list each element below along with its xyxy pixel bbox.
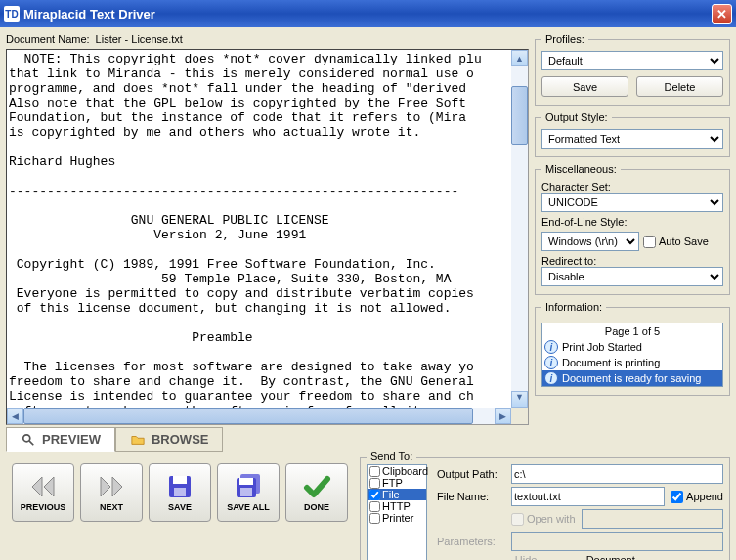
scroll-up-icon[interactable]: ▲ xyxy=(511,50,528,66)
next-button[interactable]: NEXT xyxy=(80,463,143,522)
autosave-checkbox-wrap[interactable]: Auto Save xyxy=(643,236,709,248)
document-name-label: Document Name: xyxy=(6,33,90,45)
profile-save-button[interactable]: Save xyxy=(541,76,628,97)
sendto-item[interactable]: FTP xyxy=(368,477,426,489)
svg-rect-4 xyxy=(174,488,186,496)
output-path-label: Output Path: xyxy=(437,468,505,480)
window-title: Miraplacid Text Driver xyxy=(23,7,712,22)
sendto-item[interactable]: HTTP xyxy=(368,500,426,512)
profiles-group: Profiles: Default Save Delete xyxy=(535,33,730,106)
output-path-input[interactable] xyxy=(511,464,723,484)
app-icon: TD xyxy=(4,6,20,22)
eol-label: End-of-Line Style: xyxy=(541,216,723,228)
send-to-group: Send To: ClipboardFTPFileHTTPPrinter Out… xyxy=(360,457,730,560)
svg-rect-7 xyxy=(239,478,253,485)
information-group: Information: Page 1 of 5 iPrint Job Star… xyxy=(535,301,730,396)
document-name-value: Lister - License.txt xyxy=(96,33,183,45)
save-all-button[interactable]: SAVE ALL xyxy=(217,463,280,522)
sendto-item[interactable]: File xyxy=(368,489,426,500)
eol-select[interactable]: Windows (\r\n) xyxy=(541,232,639,251)
sendto-item[interactable]: Clipboard xyxy=(368,465,426,477)
filename-input[interactable] xyxy=(511,487,665,506)
info-icon: i xyxy=(544,356,558,369)
scroll-down-icon[interactable]: ▼ xyxy=(511,391,528,408)
scroll-left-icon[interactable]: ◀ xyxy=(7,408,23,424)
hidewin-check: Hide Window xyxy=(499,554,565,560)
autosave-checkbox[interactable] xyxy=(643,236,656,248)
output-style-group: Output Style: Formatted Text xyxy=(535,111,730,157)
info-item[interactable]: iPrint Job Started xyxy=(542,339,722,355)
tab-browse-label: BROWSE xyxy=(152,432,209,447)
send-to-list[interactable]: ClipboardFTPFileHTTPPrinter xyxy=(367,464,427,560)
output-style-legend: Output Style: xyxy=(541,111,612,123)
sendto-item-checkbox[interactable] xyxy=(369,466,380,477)
parameters-label: Parameters: xyxy=(437,536,505,547)
openwith-input xyxy=(582,509,723,529)
docname-check[interactable]: Document name xyxy=(571,554,649,560)
redirect-select[interactable]: Disable xyxy=(541,267,723,286)
title-bar: TD Miraplacid Text Driver ✕ xyxy=(0,0,736,27)
output-style-select[interactable]: Formatted Text xyxy=(541,129,723,149)
sendto-item-checkbox[interactable] xyxy=(369,478,380,489)
parameters-input xyxy=(511,532,723,551)
openwith-check-wrap: Open with xyxy=(511,513,576,526)
sendto-item-checkbox[interactable] xyxy=(369,513,380,524)
misc-legend: Miscellaneous: xyxy=(541,163,621,175)
magnifier-icon xyxy=(21,433,36,447)
info-icon: i xyxy=(544,340,558,354)
sendto-item-checkbox[interactable] xyxy=(369,501,380,512)
tab-preview-label: PREVIEW xyxy=(42,432,101,447)
folder-icon xyxy=(130,433,146,447)
append-checkbox[interactable] xyxy=(671,491,683,503)
tab-browse[interactable]: BROWSE xyxy=(115,427,224,452)
tab-preview[interactable]: PREVIEW xyxy=(6,427,115,452)
info-item[interactable]: iDocument is printing xyxy=(542,355,722,370)
horizontal-scrollbar[interactable]: ◀ ▶ xyxy=(7,408,511,424)
hscroll-thumb[interactable] xyxy=(23,408,473,424)
next-icon xyxy=(97,473,126,500)
document-text-area[interactable]: NOTE: This copyright does *not* cover dy… xyxy=(6,49,529,425)
info-icon: i xyxy=(544,371,558,385)
previous-button[interactable]: PREVIOUS xyxy=(12,463,74,522)
previous-icon xyxy=(28,473,58,500)
filename-label: File Name: xyxy=(437,491,505,502)
save-button[interactable]: SAVE xyxy=(149,463,211,522)
svg-point-0 xyxy=(23,434,30,441)
profiles-select[interactable]: Default xyxy=(541,51,723,70)
charset-select[interactable]: UNICODE xyxy=(541,193,723,212)
append-check-wrap[interactable]: Append xyxy=(671,491,723,503)
done-button[interactable]: DONE xyxy=(285,463,348,522)
document-text: NOTE: This copyright does *not* cover dy… xyxy=(7,50,528,425)
svg-line-1 xyxy=(29,440,33,444)
check-icon xyxy=(302,473,331,500)
floppy-multi-icon xyxy=(234,473,263,500)
misc-group: Miscellaneous: Character Set: UNICODE En… xyxy=(535,163,730,295)
profile-delete-button[interactable]: Delete xyxy=(636,76,723,97)
information-legend: Information: xyxy=(541,301,606,313)
svg-rect-3 xyxy=(173,476,187,484)
sendto-item-checkbox[interactable] xyxy=(369,490,380,500)
floppy-icon xyxy=(165,473,195,500)
openwith-checkbox xyxy=(511,513,524,526)
info-item[interactable]: iDocument is ready for saving xyxy=(542,370,722,386)
profiles-legend: Profiles: xyxy=(541,33,588,45)
charset-label: Character Set: xyxy=(541,181,723,193)
redirect-label: Redirect to: xyxy=(541,255,723,267)
vscroll-thumb[interactable] xyxy=(511,86,528,145)
page-indicator: Page 1 of 5 xyxy=(542,323,722,339)
send-to-legend: Send To: xyxy=(367,451,416,462)
close-button[interactable]: ✕ xyxy=(712,4,732,24)
sendto-item[interactable]: Printer xyxy=(368,512,426,524)
vertical-scrollbar[interactable]: ▲ ▼ xyxy=(511,50,528,408)
scroll-right-icon[interactable]: ▶ xyxy=(495,408,511,424)
svg-rect-8 xyxy=(240,488,252,496)
